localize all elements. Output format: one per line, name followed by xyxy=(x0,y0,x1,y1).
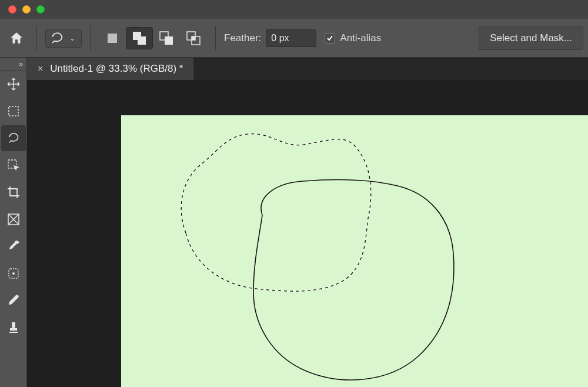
document-tab-title: Untitled-1 @ 33.3% (RGB/8) * xyxy=(50,63,183,75)
selection-add-button[interactable] xyxy=(126,27,153,49)
tools-panel: » xyxy=(0,58,27,387)
selection-subtract-button[interactable] xyxy=(153,27,180,49)
document-tabs: × Untitled-1 @ 33.3% (RGB/8) * xyxy=(27,58,588,80)
anti-alias-label: Anti-alias xyxy=(340,32,381,44)
lasso-tool[interactable] xyxy=(1,125,26,151)
viewport[interactable] xyxy=(27,80,588,387)
svg-rect-0 xyxy=(108,34,117,43)
brush-icon xyxy=(6,293,21,308)
canvas-content xyxy=(121,115,588,387)
app-window: ⌄ Feather: Anti-alias xyxy=(0,0,588,387)
selection-intersect-button[interactable] xyxy=(180,27,207,49)
object-selection-icon xyxy=(6,158,21,172)
double-chevron-icon: » xyxy=(19,60,23,68)
selection-new-button[interactable] xyxy=(99,27,126,49)
window-zoom-button[interactable] xyxy=(36,5,45,14)
crop-tool[interactable] xyxy=(1,179,26,205)
brush-tool[interactable] xyxy=(1,288,26,313)
healing-icon xyxy=(6,266,21,281)
document-tab[interactable]: × Untitled-1 @ 33.3% (RGB/8) * xyxy=(27,58,194,80)
quick-selection-tool[interactable] xyxy=(1,152,26,178)
tool-preset-picker[interactable]: ⌄ xyxy=(45,29,82,48)
select-and-mask-button[interactable]: Select and Mask... xyxy=(479,26,583,50)
svg-point-12 xyxy=(12,272,15,275)
window-minimize-button[interactable] xyxy=(22,5,31,14)
anti-alias-checkbox[interactable] xyxy=(325,33,335,44)
feather-input[interactable] xyxy=(266,29,316,47)
anti-alias-control[interactable]: Anti-alias xyxy=(325,32,381,44)
chevron-down-icon: ⌄ xyxy=(67,34,78,42)
svg-rect-4 xyxy=(165,36,173,45)
selection-mode-group xyxy=(99,27,207,49)
healing-tool[interactable] xyxy=(1,261,26,286)
selection-add-icon xyxy=(132,31,147,46)
svg-rect-2 xyxy=(138,36,146,45)
home-button[interactable] xyxy=(5,27,28,49)
separator xyxy=(90,26,91,51)
eyedropper-icon xyxy=(6,239,21,253)
selection-marquee xyxy=(181,134,371,291)
feather-label: Feather: xyxy=(224,32,261,44)
window-close-button[interactable] xyxy=(8,5,16,14)
titlebar xyxy=(0,0,588,19)
home-icon xyxy=(9,31,24,46)
selection-subtract-icon xyxy=(159,31,174,46)
crop-icon xyxy=(6,185,21,199)
selection-new-icon xyxy=(106,32,119,45)
lasso-icon xyxy=(49,31,65,46)
marquee-tool[interactable] xyxy=(1,98,26,124)
close-icon[interactable]: × xyxy=(38,64,43,74)
lasso-icon xyxy=(6,131,21,145)
separator xyxy=(215,26,216,51)
svg-rect-7 xyxy=(192,36,195,40)
frame-tool[interactable] xyxy=(1,206,26,232)
lasso-draw-path xyxy=(253,180,454,380)
workspace: » xyxy=(0,58,588,387)
document-area: × Untitled-1 @ 33.3% (RGB/8) * xyxy=(27,58,588,387)
svg-rect-8 xyxy=(9,106,18,116)
separator xyxy=(36,26,37,51)
feather-control: Feather: xyxy=(224,29,316,47)
move-icon xyxy=(6,77,21,91)
move-tool[interactable] xyxy=(1,71,26,97)
selection-intersect-icon xyxy=(186,31,201,46)
eyedropper-tool[interactable] xyxy=(1,233,26,259)
tools-expand-button[interactable]: » xyxy=(0,58,26,71)
check-icon xyxy=(326,35,333,42)
frame-icon xyxy=(6,212,21,226)
options-bar: ⌄ Feather: Anti-alias xyxy=(0,19,588,58)
marquee-icon xyxy=(7,105,20,118)
stamp-icon xyxy=(6,321,21,335)
stamp-tool[interactable] xyxy=(1,315,26,341)
canvas[interactable] xyxy=(121,115,588,387)
